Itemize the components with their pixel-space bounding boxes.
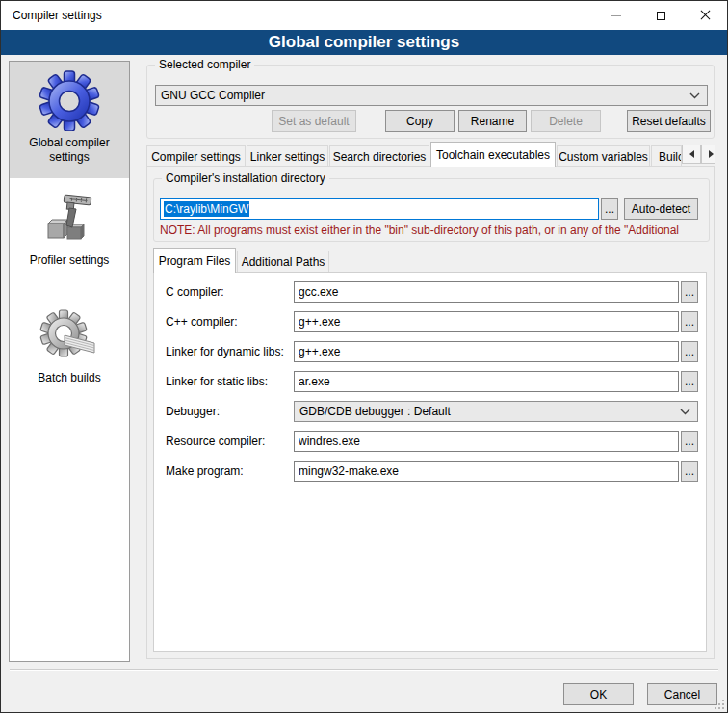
debugger-select-value: GDB/CDB debugger : Default bbox=[299, 405, 451, 418]
minimize-icon bbox=[611, 15, 621, 16]
close-icon bbox=[700, 11, 710, 20]
chevron-down-icon bbox=[689, 92, 700, 99]
sidebar-item-profiler-settings[interactable]: Profiler settings bbox=[10, 179, 129, 296]
auto-detect-button[interactable]: Auto-detect bbox=[624, 198, 698, 220]
resource-compiler-label: Resource compiler: bbox=[166, 431, 265, 452]
field-row-cpp-compiler: C++ compiler: ... bbox=[154, 311, 706, 332]
set-as-default-button: Set as default bbox=[272, 110, 356, 132]
tab-scroll-left-button[interactable] bbox=[682, 145, 701, 164]
c-compiler-label: C compiler: bbox=[166, 281, 224, 303]
installation-directory-selected-text: C:\raylib\MinGW bbox=[164, 201, 249, 217]
chevron-down-icon bbox=[680, 409, 690, 415]
installation-directory-input[interactable]: C:\raylib\MinGW bbox=[160, 198, 599, 220]
program-files-tab-strip: Program Files Additional Paths bbox=[153, 248, 710, 272]
compiler-settings-dialog: Compiler settings Global compiler settin… bbox=[0, 0, 728, 713]
footer-separator bbox=[10, 669, 718, 671]
linker-dynamic-input[interactable] bbox=[294, 341, 679, 362]
sidebar-item-label: Batch builds bbox=[15, 371, 123, 385]
cpp-compiler-label: C++ compiler: bbox=[166, 311, 238, 332]
cpp-compiler-browse-button[interactable]: ... bbox=[681, 311, 698, 332]
tab-compiler-settings[interactable]: Compiler settings bbox=[146, 145, 246, 167]
make-program-label: Make program: bbox=[166, 461, 244, 482]
make-program-input[interactable] bbox=[294, 461, 679, 482]
installation-directory-group-label: Compiler's installation directory bbox=[162, 172, 329, 185]
linker-static-input[interactable] bbox=[294, 371, 679, 392]
compiler-select[interactable]: GNU GCC Compiler bbox=[155, 85, 708, 106]
gear-stack-icon bbox=[39, 304, 100, 366]
rename-button[interactable]: Rename bbox=[458, 110, 527, 132]
c-compiler-browse-button[interactable]: ... bbox=[681, 281, 698, 303]
arrow-left-icon bbox=[689, 150, 694, 158]
c-compiler-input[interactable] bbox=[294, 281, 679, 303]
copy-button[interactable]: Copy bbox=[385, 110, 455, 132]
sidebar-item-label: Global compiler settings bbox=[15, 136, 123, 165]
tab-scroll-arrows bbox=[682, 145, 715, 164]
maximize-button[interactable] bbox=[638, 1, 683, 30]
cpp-compiler-input[interactable] bbox=[294, 311, 679, 332]
linker-static-browse-button[interactable]: ... bbox=[681, 371, 698, 392]
debugger-select[interactable]: GDB/CDB debugger : Default bbox=[294, 401, 698, 422]
selected-compiler-group: Selected compiler GNU GCC Compiler Set a… bbox=[146, 65, 715, 139]
blue-gear-icon bbox=[39, 69, 100, 131]
close-button[interactable] bbox=[683, 1, 727, 30]
delete-button: Delete bbox=[531, 110, 601, 132]
field-row-make-program: Make program: ... bbox=[154, 461, 706, 482]
field-row-resource-compiler: Resource compiler: ... bbox=[154, 431, 706, 452]
linker-static-label: Linker for static libs: bbox=[166, 371, 268, 392]
make-program-browse-button[interactable]: ... bbox=[681, 461, 698, 482]
sidebar-item-batch-builds[interactable]: Batch builds bbox=[10, 297, 129, 413]
debugger-label: Debugger: bbox=[166, 401, 220, 422]
installation-directory-note: NOTE: All programs must exist either in … bbox=[160, 224, 709, 237]
linker-dynamic-label: Linker for dynamic libs: bbox=[166, 341, 284, 362]
maximize-icon bbox=[657, 12, 665, 20]
tab-program-files[interactable]: Program Files bbox=[153, 248, 236, 273]
tab-build-options-truncated[interactable]: Builc bbox=[651, 145, 682, 167]
tab-search-directories[interactable]: Search directories bbox=[329, 145, 429, 167]
field-row-linker-dynamic: Linker for dynamic libs: ... bbox=[154, 341, 706, 362]
sidebar-item-global-compiler-settings[interactable]: Global compiler settings bbox=[10, 62, 129, 178]
tab-linker-settings[interactable]: Linker settings bbox=[247, 145, 328, 167]
installation-directory-group: Compiler's installation directory C:\ray… bbox=[153, 178, 710, 242]
field-row-c-compiler: C compiler: ... bbox=[154, 281, 706, 303]
resize-grip-icon[interactable] bbox=[715, 700, 724, 709]
arrow-right-icon bbox=[709, 150, 714, 158]
dialog-content: Global compiler settings bbox=[1, 55, 727, 712]
tab-additional-paths[interactable]: Additional Paths bbox=[237, 251, 329, 272]
titlebar: Compiler settings bbox=[1, 1, 727, 30]
tab-scroll-right-button[interactable] bbox=[701, 145, 715, 164]
sidebar-item-label: Profiler settings bbox=[15, 253, 123, 268]
linker-dynamic-browse-button[interactable]: ... bbox=[681, 341, 698, 362]
compiler-select-value: GNU GCC Compiler bbox=[161, 89, 265, 102]
reset-defaults-button[interactable]: Reset defaults bbox=[627, 110, 711, 132]
resource-compiler-browse-button[interactable]: ... bbox=[681, 431, 698, 452]
settings-category-list: Global compiler settings bbox=[9, 61, 130, 662]
toolchain-executables-page: Compiler's installation directory C:\ray… bbox=[146, 166, 715, 659]
main-tab-strip: Compiler settings Linker settings Search… bbox=[146, 142, 715, 167]
cancel-button[interactable]: Cancel bbox=[647, 683, 717, 705]
tab-toolchain-executables[interactable]: Toolchain executables bbox=[430, 142, 556, 167]
page-title: Global compiler settings bbox=[1, 30, 727, 55]
program-files-page: C compiler: ... C++ compiler: ... Linker… bbox=[153, 272, 707, 652]
field-row-linker-static: Linker for static libs: ... bbox=[154, 371, 706, 392]
field-row-debugger: Debugger: GDB/CDB debugger : Default bbox=[154, 401, 706, 422]
ok-button[interactable]: OK bbox=[563, 683, 634, 705]
minimize-button[interactable] bbox=[594, 1, 638, 30]
window-title: Compiler settings bbox=[13, 9, 102, 22]
tab-custom-variables[interactable]: Custom variables bbox=[557, 145, 650, 167]
window-controls bbox=[594, 1, 727, 30]
caliper-tool-icon bbox=[39, 187, 100, 249]
selected-compiler-group-label: Selected compiler bbox=[155, 58, 254, 71]
installation-directory-browse-button[interactable]: ... bbox=[601, 198, 618, 220]
resource-compiler-input[interactable] bbox=[294, 431, 679, 452]
